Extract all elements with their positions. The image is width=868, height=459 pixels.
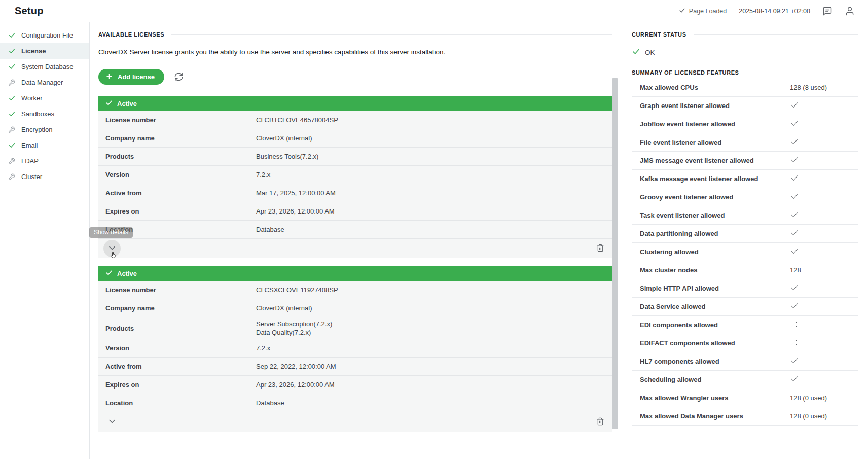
- feature-row-data-partitioning-allowed: Data partitioning allowed: [632, 225, 858, 243]
- sidebar-item-configuration-file[interactable]: Configuration File: [0, 27, 89, 43]
- feature-label: EDIFACT components allowed: [640, 339, 790, 347]
- feature-label: JMS message event listener allowed: [640, 157, 790, 164]
- feature-label: Max allowed Wrangler users: [640, 394, 790, 402]
- feature-row-max-allowed-cpus: Max allowed CPUs128 (8 used): [632, 79, 858, 97]
- sidebar-item-label: Configuration File: [21, 31, 73, 39]
- licenses-panel: AVAILABLE LICENSES CloverDX Server licen…: [90, 22, 619, 459]
- license-row-expires-on: Expires onApr 23, 2026, 12:00:00 AM: [98, 202, 612, 221]
- feature-row-max-allowed-wrangler-users: Max allowed Wrangler users128 (0 used): [632, 389, 858, 407]
- scrollbar-track[interactable]: [612, 22, 619, 459]
- feature-row-scheduling-allowed: Scheduling allowed: [632, 371, 858, 389]
- summary-title: SUMMARY OF LICENSED FEATURES: [632, 69, 739, 76]
- divider: [171, 34, 612, 35]
- check-icon: [8, 94, 16, 102]
- license-row-license-number: License numberCLCSXCLOVE11927408SP: [98, 281, 612, 299]
- feature-row-data-service-allowed: Data Service allowed: [632, 298, 858, 316]
- license-field-label: Products: [105, 325, 256, 332]
- check-icon: [8, 47, 16, 55]
- sidebar-item-email[interactable]: Email: [0, 137, 89, 153]
- sidebar-item-license[interactable]: License: [0, 43, 89, 59]
- feature-label: HL7 components allowed: [640, 358, 790, 365]
- sidebar-item-label: Data Manager: [21, 79, 63, 86]
- current-status-title: CURRENT STATUS: [632, 31, 686, 38]
- license-status-label: Active: [117, 100, 137, 108]
- feature-row-edifact-components-allowed: EDIFACT components allowed: [632, 334, 858, 352]
- top-bar: Setup Page Loaded 2025-08-14 09:21 +02:0…: [0, 0, 868, 22]
- cross-icon: [790, 338, 799, 348]
- license-row-version: Version7.2.x: [98, 166, 612, 184]
- license-field-value: Business Tools(7.2.x): [256, 152, 318, 161]
- show-details-tooltip: Show details: [89, 227, 133, 238]
- sidebar-item-cluster[interactable]: Cluster: [0, 169, 89, 185]
- feedback-icon[interactable]: [822, 6, 833, 16]
- license-row-location: LocationDatabase: [98, 394, 612, 412]
- setup-sidebar: Configuration FileLicenseSystem Database…: [0, 22, 90, 459]
- license-status-label: Active: [117, 270, 137, 277]
- license-field-value: 7.2.x: [256, 170, 270, 179]
- sidebar-item-label: Email: [21, 142, 38, 149]
- wrench-icon: [8, 158, 16, 165]
- check-icon: [790, 210, 799, 221]
- check-icon: [790, 301, 799, 312]
- scrollbar-thumb[interactable]: [612, 78, 618, 429]
- feature-value: 128: [790, 266, 801, 274]
- page-loaded-status: Page Loaded: [679, 7, 727, 15]
- divider: [694, 34, 858, 35]
- delete-license-button[interactable]: [596, 244, 604, 254]
- status-panel: CURRENT STATUS OK SUMMARY OF LICENSED FE…: [619, 22, 868, 459]
- add-license-button[interactable]: Add license: [98, 69, 164, 85]
- sidebar-item-ldap[interactable]: LDAP: [0, 153, 89, 169]
- feature-label: Data Service allowed: [640, 303, 790, 310]
- license-field-value: CloverDX (internal): [256, 134, 312, 143]
- sidebar-item-data-manager[interactable]: Data Manager: [0, 75, 89, 90]
- license-field-label: Products: [105, 153, 256, 160]
- license-row-company-name: Company nameCloverDX (internal): [98, 299, 612, 317]
- sidebar-item-worker[interactable]: Worker: [0, 90, 89, 106]
- license-field-value: Sep 22, 2022, 12:00:00 AM: [256, 362, 336, 371]
- feature-label: Data partitioning allowed: [640, 230, 790, 237]
- license-field-value: Apr 23, 2026, 12:00:00 AM: [256, 207, 335, 216]
- refresh-button[interactable]: [174, 73, 183, 81]
- sidebar-item-label: Worker: [21, 94, 43, 102]
- check-icon: [790, 155, 799, 166]
- page-title: Setup: [15, 5, 44, 17]
- license-field-label: Version: [105, 171, 256, 179]
- feature-label: Max cluster nodes: [640, 266, 790, 274]
- trash-icon: [596, 244, 604, 254]
- license-field-value: Database: [256, 225, 284, 234]
- sidebar-item-label: Encryption: [21, 126, 52, 133]
- available-licenses-title: AVAILABLE LICENSES: [98, 31, 164, 38]
- license-field-label: Version: [105, 344, 256, 352]
- license-field-label: License number: [105, 116, 256, 124]
- trash-icon: [596, 417, 604, 427]
- add-license-label: Add license: [118, 73, 155, 81]
- check-icon: [8, 31, 16, 39]
- sidebar-item-label: License: [21, 47, 46, 55]
- user-icon[interactable]: [845, 6, 855, 16]
- summary-header: SUMMARY OF LICENSED FEATURES: [632, 69, 858, 76]
- feature-row-jobflow-event-listener-allowed: Jobflow event listener allowed: [632, 115, 858, 133]
- license-field-value: Database: [256, 399, 284, 407]
- sidebar-item-sandboxes[interactable]: Sandboxes: [0, 106, 89, 122]
- feature-value: 128 (8 used): [790, 84, 827, 91]
- check-icon: [790, 119, 799, 129]
- feature-row-file-event-listener-allowed: File event listener allowed: [632, 133, 858, 152]
- feature-label: Jobflow event listener allowed: [640, 120, 790, 128]
- license-row-license-number: License numberCLCBTCLOVE46578004SP: [98, 111, 612, 129]
- check-icon: [105, 269, 113, 278]
- feature-row-graph-event-listener-allowed: Graph event listener allowed: [632, 97, 858, 115]
- show-details-button[interactable]: [103, 413, 121, 431]
- license-row-company-name: Company nameCloverDX (internal): [98, 129, 612, 148]
- feature-label: File event listener allowed: [640, 138, 790, 146]
- check-icon: [790, 356, 799, 367]
- license-row-products: ProductsBusiness Tools(7.2.x): [98, 148, 612, 166]
- license-field-value: CLCBTCLOVE46578004SP: [256, 116, 338, 124]
- sidebar-item-encryption[interactable]: Encryption: [0, 122, 89, 137]
- sidebar-item-system-database[interactable]: System Database: [0, 59, 89, 75]
- license-row-products: ProductsServer Subscription(7.2.x) Data …: [98, 317, 612, 339]
- plus-icon: [105, 73, 113, 82]
- license-row-version: Version7.2.x: [98, 339, 612, 358]
- feature-label: Simple HTTP API allowed: [640, 285, 790, 292]
- license-card-footer: Show details: [98, 239, 612, 258]
- delete-license-button[interactable]: [596, 417, 604, 427]
